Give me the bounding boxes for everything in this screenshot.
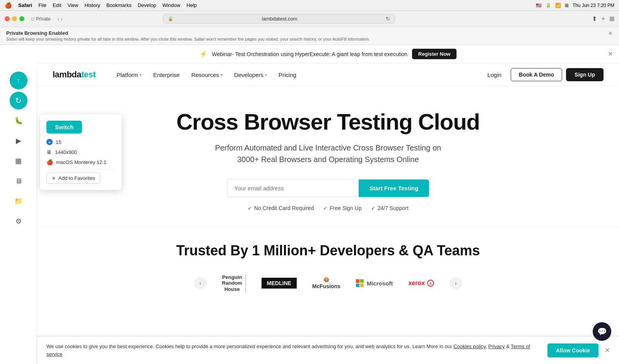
chat-icon: 💬 (597, 327, 607, 336)
cookies-policy-link[interactable]: Cookies policy (453, 343, 486, 349)
url-bar[interactable]: 🔒 lambdatest.com ↻ (163, 14, 395, 24)
privacy-link[interactable]: Privacy (488, 343, 505, 349)
popup-version-row: ● 15 (46, 139, 115, 145)
hero-checks: ✓ No Credit Card Required ✓ Free Sign Up… (53, 205, 604, 211)
control-center-icon[interactable]: ⊞ (565, 3, 569, 8)
sidebar-grid[interactable]: ▦ (10, 152, 27, 170)
logo-penguin: PenguinRandomHouse (222, 274, 246, 292)
private-tab-icon: □ (31, 16, 34, 22)
webinar-icon: ⚡ (200, 50, 207, 58)
sidebar-scroll-up[interactable]: ↑ (10, 72, 27, 89)
tabs-grid-icon[interactable]: ⊞ (609, 15, 614, 22)
sidebar-bug[interactable]: 🐛 (10, 112, 27, 130)
sidebar: ↑ ↻ 🐛 ▶ ▦ 🖥 📁 ⚙ ⏻ (0, 67, 37, 364)
share-icon[interactable]: ⬆ (592, 15, 597, 22)
svg-rect-3 (360, 284, 364, 287)
announcement-close[interactable]: ✕ (608, 50, 613, 58)
sidebar-settings[interactable]: ⚙ (10, 212, 27, 230)
logos-prev-button[interactable]: ‹ (194, 277, 207, 289)
window-controls (5, 16, 24, 21)
flag-icon: 🇺🇸 (536, 3, 542, 8)
svg-text:X: X (429, 282, 432, 285)
nav-links: Platform ▾ Enterprise Resources ▾ Develo… (111, 68, 482, 81)
checkmark-1: ✓ (248, 205, 252, 211)
edit-menu[interactable]: Edit (53, 2, 61, 8)
video-icon: ▶ (16, 137, 21, 145)
navigation-arrows: ‹ › (58, 16, 63, 22)
email-input[interactable] (227, 179, 359, 197)
new-tab-icon[interactable]: ＋ (600, 15, 606, 23)
back-button[interactable]: ‹ (58, 16, 60, 22)
forward-button[interactable]: › (61, 16, 63, 22)
up-arrow-icon: ↑ (17, 77, 20, 85)
view-menu[interactable]: View (68, 2, 79, 8)
develop-menu[interactable]: Develop (138, 2, 156, 8)
resolution-icon: 🖥 (46, 149, 52, 155)
sidebar-monitor[interactable]: 🖥 (10, 172, 27, 190)
apple-menu-icon[interactable]: 🍎 (5, 2, 12, 9)
favorites-label: Add to Favorites (58, 175, 95, 181)
close-window-btn[interactable] (5, 16, 10, 21)
file-menu[interactable]: File (38, 2, 46, 8)
hero-headline: Cross Browser Testing Cloud (53, 109, 604, 134)
popup-switch-button[interactable]: Switch (46, 121, 82, 133)
check-no-credit-card: ✓ No Credit Card Required (248, 205, 314, 211)
announcement-bar: ⚡ Webinar- Test Orchestration using Hype… (37, 45, 619, 63)
mac-menubar: 🍎 Safari File Edit View History Bookmark… (0, 0, 619, 11)
cookie-banner-close[interactable]: ✕ (605, 347, 610, 354)
signup-button[interactable]: Sign Up (566, 68, 604, 81)
sidebar-live-testing[interactable]: ↻ (10, 92, 27, 109)
grid-icon: ▦ (15, 157, 22, 165)
book-demo-button[interactable]: Book A Demo (511, 68, 562, 81)
private-banner-close[interactable]: ✕ (608, 30, 613, 36)
start-free-testing-button[interactable]: Start Free Testing (359, 179, 429, 197)
os-icon: 🍎 (46, 159, 53, 165)
register-now-button[interactable]: Register Now (412, 49, 457, 59)
logo-medline: MEDLINE (262, 278, 297, 289)
nav-pricing[interactable]: Pricing (273, 68, 302, 81)
sidebar-folder[interactable]: 📁 (10, 192, 27, 210)
developers-chevron-icon: ▾ (265, 73, 267, 77)
battery-icon: 🔋 (545, 3, 551, 8)
trusted-logos-row: ‹ PenguinRandomHouse MEDLINE 🍪 McFusions… (53, 270, 604, 296)
browser-right-actions: ⬆ ＋ ⊞ (592, 15, 614, 23)
svg-rect-2 (356, 284, 359, 287)
sidebar-video[interactable]: ▶ (10, 132, 27, 150)
reload-icon[interactable]: ↻ (386, 16, 390, 22)
add-to-favorites-button[interactable]: ★ Add to Favorites (46, 173, 100, 184)
nav-resources[interactable]: Resources ▾ (186, 68, 228, 81)
login-button[interactable]: Login (482, 68, 507, 81)
allow-cookie-button[interactable]: Allow Cookie (547, 343, 598, 357)
safari-menu[interactable]: Safari (18, 2, 32, 8)
lock-icon: 🔒 (168, 16, 173, 21)
logo-mcfusions: 🍪 McFusions (312, 277, 340, 289)
window-menu[interactable]: Window (162, 2, 180, 8)
browser-chrome: □ Private ‹ › 🔒 lambdatest.com ↻ ⬆ ＋ ⊞ (0, 11, 619, 27)
history-menu[interactable]: History (84, 2, 100, 8)
nav-enterprise[interactable]: Enterprise (148, 68, 185, 81)
help-menu[interactable]: Help (186, 2, 197, 8)
chat-button[interactable]: 💬 (593, 322, 611, 341)
nav-developers[interactable]: Developers ▾ (229, 68, 272, 81)
logos-next-button[interactable]: › (450, 277, 462, 289)
private-browsing-banner: Private Browsing Enabled Safari will kee… (0, 27, 619, 45)
minimize-window-btn[interactable] (12, 16, 17, 21)
wifi-icon: 📶 (555, 3, 561, 8)
folder-icon: 📁 (14, 197, 23, 205)
url-text[interactable]: lambdatest.com (176, 16, 383, 22)
check-free-signup: ✓ Free Sign Up (323, 205, 361, 211)
popup-resolution-row: 🖥 1440x900 (46, 149, 115, 155)
logo-microsoft: Microsoft (356, 279, 393, 287)
bookmarks-menu[interactable]: Bookmarks (106, 2, 132, 8)
site-logo[interactable]: lambdatest (53, 70, 96, 80)
nav-platform[interactable]: Platform ▾ (111, 68, 147, 81)
platform-chevron-icon: ▾ (140, 73, 142, 77)
hero-section: Cross Browser Testing Cloud Perform Auto… (37, 86, 619, 227)
trusted-section: Trusted By 1 Million+ Developers & QA Te… (37, 227, 619, 304)
svg-rect-0 (356, 279, 359, 283)
monitor-icon: 🖥 (15, 177, 22, 185)
maximize-window-btn[interactable] (19, 16, 24, 21)
star-icon: ★ (51, 175, 56, 181)
logo-xerox: xerox X (408, 280, 434, 287)
popup-divider (46, 169, 115, 169)
